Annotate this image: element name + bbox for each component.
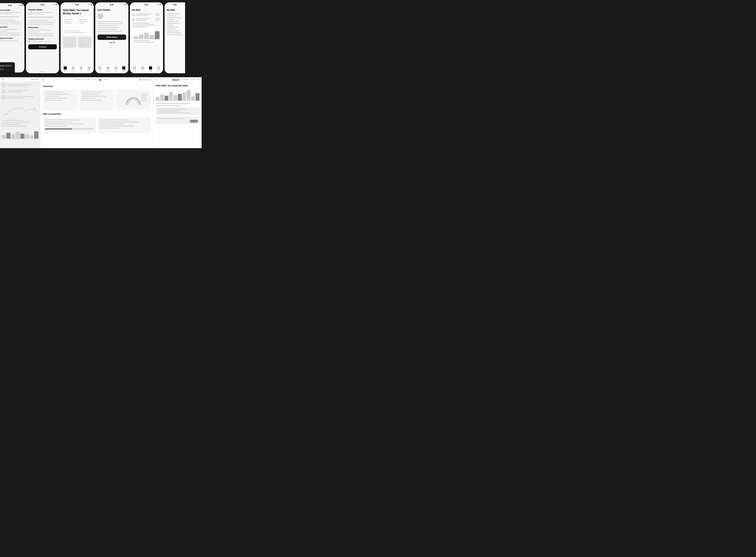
bar-4 xyxy=(169,92,173,101)
sidebar-icon-1 xyxy=(2,83,6,87)
nav-insights-2[interactable]: My Insights xyxy=(83,79,91,81)
status-icons-5: ▪▪ ✦ ▮ xyxy=(157,4,161,5)
topbar-dot-3 xyxy=(156,79,157,80)
projection-row xyxy=(43,117,151,133)
nav-profile-3[interactable]: Profile xyxy=(87,66,91,71)
nav-profile-4[interactable]: Profile xyxy=(122,66,126,71)
bar-9 xyxy=(191,96,195,101)
desktop-screen-1: Mark Frost xyxy=(0,77,40,148)
summary-card-1 xyxy=(43,90,77,110)
payment-title-1: Payment details xyxy=(0,9,23,11)
status-time-3: 9:41 xyxy=(75,4,79,6)
nav-home-3[interactable]: Home xyxy=(63,66,67,71)
payment-title-2: Payment details xyxy=(28,9,57,11)
status-time-4: 9:41 xyxy=(110,4,114,6)
summary-cards-row xyxy=(43,90,151,110)
nav-dashboard-3[interactable]: Dashboard xyxy=(172,79,179,81)
sidebar-row-3 xyxy=(2,95,38,99)
nav-energy-3[interactable]: Energy xyxy=(71,66,75,71)
shipping-title: Shipping information xyxy=(0,37,23,39)
desktop-topbar-1: Mark Frost xyxy=(0,77,40,82)
bills-content: Summary xyxy=(40,82,153,136)
line-chart-svg xyxy=(2,102,38,118)
status-icons-4: ▪▪ ✦ ▮ xyxy=(123,4,126,5)
nav-bills-3[interactable]: Bills xyxy=(197,79,199,81)
bar-6 xyxy=(178,94,182,101)
summary-card-2 xyxy=(80,90,114,110)
topbar-dot-2 xyxy=(42,79,44,81)
mobile-screen-1: 9:41 ▪▪ ✦ ▮ Payment details Provide your… xyxy=(0,3,24,72)
nav-home-4[interactable]: Home xyxy=(98,66,101,71)
nav-bills-3[interactable]: Bills xyxy=(80,66,83,71)
payment-subtitle-1: Provide your payment details to allow au… xyxy=(0,12,23,14)
nav-home-5[interactable]: Home xyxy=(133,66,136,71)
status-time-2: 9:41 xyxy=(41,4,44,6)
bar-2 xyxy=(160,94,164,101)
sidebar-row-2 xyxy=(2,89,38,93)
cancel-text: Cancel xyxy=(0,68,12,70)
gauge-svg xyxy=(124,92,143,108)
d1-sidebar xyxy=(0,82,40,102)
my-bills-title-6: My Bills xyxy=(167,9,183,11)
continue-btn[interactable]: Continue xyxy=(28,44,57,49)
billing-title: Billing details xyxy=(0,26,23,28)
mobile-screen-4: 9:41 ▪▪ ✦ ▮ User Details Invite friend L… xyxy=(95,2,128,73)
desktop-nav-2: Dashboard My Insights Energy Bills Devic… xyxy=(74,79,109,81)
bank-account-text: a bank account xyxy=(0,64,12,67)
status-time-5: 9:41 xyxy=(145,4,148,6)
desktop-screens-section: Mark Frost xyxy=(0,77,201,148)
status-time-1: 9:41 xyxy=(8,4,12,7)
status-icons-3: ▪▪ ✦ ▮ xyxy=(88,4,92,5)
nav-energy-4[interactable]: Energy xyxy=(106,66,110,71)
payment-subtitle-2: Provide your payment details to allow au… xyxy=(28,11,57,15)
desktop-nav-3: Dashboard My Insights Energy Bills xyxy=(172,79,199,81)
shipping-title-2: Shipping information xyxy=(28,38,57,40)
desktop3-bar-chart xyxy=(154,88,201,101)
topbar-dot-1 xyxy=(2,79,4,80)
mobile-screens-section: 9:41 ▪▪ ✦ ▮ Payment details Provide your… xyxy=(0,0,201,77)
topbar-user-1: Mark Frost xyxy=(31,79,38,80)
mobile-screen-6: 9:41 My Bills xyxy=(165,2,185,73)
line-chart-area xyxy=(2,102,38,118)
nav-energy-5[interactable]: Energy xyxy=(140,66,145,71)
status-icons-1: ▪▪ ✦ ▮ xyxy=(19,4,23,6)
bar-3 xyxy=(165,96,168,101)
status-icons-2: ▪▪ ✦ ▮ xyxy=(53,4,57,5)
bank-account-overlay: a bank account Cancel xyxy=(0,62,15,72)
bottom-nav-4: Home Energy Bills Profile xyxy=(95,65,128,73)
mobile-screen-5: 9:41 ▪▪ ✦ ▮ My Bills xyxy=(130,2,163,73)
sidebar-text-2 xyxy=(7,90,38,92)
sidebar-text-3 xyxy=(7,96,38,98)
invite-btn[interactable]: Invite friend xyxy=(97,34,126,40)
sidebar-row-1 xyxy=(2,83,38,87)
desktop3-greeting: Hello Matt, You saved $6 today xyxy=(154,82,201,88)
nav-energy-3[interactable]: Energy xyxy=(190,79,195,81)
bar-1 xyxy=(156,97,160,101)
mobile-screen-3: 9:41 ▪▪ ✦ ▮ Hello Matt, You saved $6 thi… xyxy=(61,2,94,73)
bar-8 xyxy=(187,90,191,101)
gauge-card xyxy=(116,90,151,110)
logout-text[interactable]: Log out xyxy=(97,41,126,43)
sidebar-icon-3 xyxy=(2,95,6,99)
bar-7 xyxy=(182,92,186,101)
user-details-title: User Details xyxy=(97,9,126,11)
nav-profile-5[interactable]: Profile xyxy=(157,66,160,71)
nav-devices-2[interactable]: Devices xyxy=(104,79,109,81)
greeting-text-3: Hello Matt, You saved $6 this month ▾ xyxy=(63,9,92,15)
billing-title-2: Billing details xyxy=(28,27,57,28)
nav-energy-2[interactable]: Energy xyxy=(92,79,97,81)
nav-dashboard-2[interactable]: Dashboard xyxy=(74,79,82,81)
bar-10 xyxy=(196,93,199,101)
bar-5 xyxy=(174,95,177,101)
nav-bills-5[interactable]: Bills xyxy=(149,66,152,71)
sidebar-text-1 xyxy=(7,84,38,87)
nav-bills-4[interactable]: Bills xyxy=(114,66,118,71)
bottom-nav-5: Home Energy Bills Profile xyxy=(130,65,163,73)
nav-insights-3[interactable]: My Insights xyxy=(181,79,189,81)
nav-bills-2[interactable]: Bills xyxy=(99,79,102,81)
proj-card-1 xyxy=(43,117,96,133)
desktop-topbar-2: Dashboard My Insights Energy Bills Devic… xyxy=(40,77,153,82)
bottom-nav-3: Home Energy Bills Profile xyxy=(61,65,94,73)
line-chart-polyline xyxy=(3,107,37,116)
desktop-screen-2: Dashboard My Insights Energy Bills Devic… xyxy=(40,77,154,148)
